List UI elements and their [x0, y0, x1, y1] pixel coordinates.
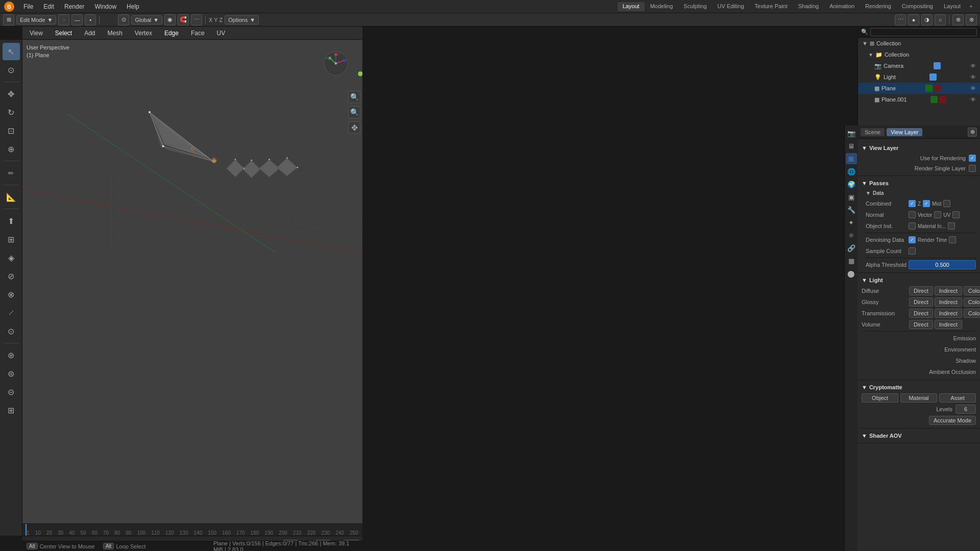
proportional-edit[interactable]: ◉ — [164, 14, 176, 26]
rotate-tool-btn[interactable]: ↻ — [3, 104, 20, 121]
nav-gizmo[interactable]: X Y Z — [324, 52, 348, 75]
edit-mode-dropdown[interactable]: Edit Mode ▼ — [16, 15, 56, 24]
zoom-out-btn[interactable]: 🔍 — [348, 106, 360, 118]
spin-tool-btn[interactable]: ⊜ — [3, 365, 20, 382]
output-props-icon[interactable]: 🖥 — [846, 140, 857, 152]
passes-header[interactable]: ▼ Passes — [862, 178, 976, 188]
transmission-color-btn[interactable]: Color — [964, 309, 980, 318]
tab-uv-editing[interactable]: UV Editing — [713, 2, 749, 11]
bisect-tool-btn[interactable]: ⊙ — [3, 322, 20, 340]
physics-props-icon[interactable]: ⚛ — [846, 230, 857, 241]
levels-input[interactable]: 6 — [955, 405, 976, 414]
light-header[interactable]: ▼ Light — [862, 275, 976, 285]
snap-toggle[interactable]: 🧲 — [178, 14, 189, 26]
glossy-indirect-btn[interactable]: Indirect — [935, 297, 962, 307]
plane001-vis-icon[interactable]: 👁 — [970, 96, 976, 103]
crypto-material-btn[interactable]: Material — [900, 393, 937, 403]
transmission-indirect-btn[interactable]: Indirect — [935, 309, 962, 318]
bevel-tool-btn[interactable]: ◈ — [3, 249, 20, 266]
viewport-shading-solid[interactable]: ● — [908, 14, 919, 26]
tab-rendering[interactable]: Rendering — [860, 2, 896, 11]
light-vis-icon[interactable]: 👁 — [970, 74, 976, 80]
diffuse-direct-btn[interactable]: Direct — [909, 286, 933, 295]
mesh-uv-menu[interactable]: UV — [213, 29, 230, 38]
xray-toggle[interactable]: ⊗ — [966, 14, 977, 26]
filter-passes-btn[interactable]: ⊕ — [968, 128, 977, 137]
scene-props-icon[interactable]: 🌐 — [846, 166, 857, 177]
tab-scripting[interactable]: Layout — [939, 2, 966, 11]
menu-edit[interactable]: Edit — [39, 2, 58, 11]
mesh-add-menu[interactable]: Add — [80, 29, 99, 38]
diffuse-indirect-btn[interactable]: Indirect — [935, 286, 962, 295]
menu-render[interactable]: Render — [60, 2, 88, 11]
mesh-select-edge[interactable]: — — [71, 14, 83, 26]
transmission-direct-btn[interactable]: Direct — [909, 309, 933, 318]
mesh-view-menu[interactable]: View — [26, 29, 47, 38]
scale-tool-btn[interactable]: ⊡ — [3, 122, 20, 139]
view-layer-header[interactable]: ▼ View Layer — [862, 143, 976, 153]
object-ind-checkbox[interactable] — [909, 222, 916, 230]
menu-file[interactable]: File — [19, 2, 37, 11]
denoising-checkbox[interactable] — [909, 236, 916, 243]
select-tool-btn[interactable]: ↖ — [3, 43, 20, 60]
mesh-mesh-menu[interactable]: Mesh — [104, 29, 127, 38]
outliner-item-scene-collection[interactable]: ▼ ⊞ Collection — [858, 38, 980, 49]
diffuse-color-btn[interactable]: Color — [964, 286, 980, 295]
offset-edge-tool-btn[interactable]: ⊗ — [3, 286, 20, 303]
mesh-select-menu[interactable]: Select — [51, 29, 76, 38]
cryptomatte-header[interactable]: ▼ Cryptomatte — [862, 382, 976, 392]
sample-count-checkbox[interactable] — [909, 247, 916, 255]
main-viewport[interactable]: User Perspective (1) Plane — [22, 40, 362, 536]
menu-window[interactable]: Window — [90, 2, 120, 11]
render-props-icon[interactable]: 📷 — [846, 128, 857, 139]
vector-checkbox[interactable] — [934, 211, 941, 218]
viewport-shading-material[interactable]: ◑ — [921, 14, 933, 26]
loop-cut-tool-btn[interactable]: ⊘ — [3, 267, 20, 285]
z-checkbox[interactable] — [923, 200, 930, 207]
tab-compositing[interactable]: Compositing — [897, 2, 938, 11]
volume-indirect-btn[interactable]: Indirect — [935, 320, 962, 329]
tab-shading[interactable]: Shading — [793, 2, 824, 11]
render-time-checkbox[interactable] — [949, 236, 956, 243]
randomize-tool-btn[interactable]: ⊞ — [3, 402, 20, 419]
crypto-asset-btn[interactable]: Asset — [939, 393, 976, 403]
particles-props-icon[interactable]: ✦ — [846, 217, 857, 228]
material-in-checkbox[interactable] — [948, 222, 955, 230]
zoom-in-btn[interactable]: 🔍 — [348, 91, 360, 103]
viewport-icon[interactable]: ⊞ — [3, 14, 14, 26]
mesh-vertex-menu[interactable]: Vertex — [131, 29, 156, 38]
add-workspace-tab[interactable]: + — [966, 2, 976, 11]
annotate-tool-btn[interactable]: ✏ — [3, 164, 20, 182]
menu-help[interactable]: Help — [122, 2, 143, 11]
mist-checkbox[interactable] — [943, 200, 950, 207]
transform-tool-btn[interactable]: ⊕ — [3, 140, 20, 158]
view-layer-tab[interactable]: View Layer — [887, 128, 922, 136]
outliner-item-plane[interactable]: ▦ Plane 👁 — [858, 83, 980, 94]
camera-vis-icon[interactable]: 👁 — [970, 63, 976, 69]
mesh-edge-menu[interactable]: Edge — [160, 29, 183, 38]
mesh-face-menu[interactable]: Face — [187, 29, 209, 38]
use-for-rendering-checkbox[interactable] — [969, 155, 976, 162]
options-dropdown[interactable]: Options ▼ — [225, 15, 259, 24]
move-tool-btn[interactable]: ✥ — [3, 85, 20, 103]
outliner-item-light[interactable]: 💡 Light 👁 — [858, 71, 980, 83]
outliner-item-plane001[interactable]: ▦ Plane.001 👁 — [858, 94, 980, 105]
scene-tab[interactable]: Scene — [861, 128, 885, 136]
combined-checkbox[interactable] — [909, 200, 916, 207]
extrude-tool-btn[interactable]: ⬆ — [3, 212, 20, 230]
proportional-falloff[interactable]: ⋯ — [191, 14, 202, 26]
view-layer-props-icon[interactable]: ⊞ — [846, 153, 857, 164]
transform-pivot[interactable]: ⊙ — [118, 14, 129, 26]
render-single-layer-checkbox[interactable] — [969, 165, 976, 172]
outliner-item-collection[interactable]: ▼ 📁 Collection — [858, 49, 980, 60]
tab-layout[interactable]: Layout — [618, 2, 645, 11]
object-props-icon[interactable]: ▣ — [846, 191, 857, 203]
tab-modeling[interactable]: Modeling — [645, 2, 678, 11]
tab-animation[interactable]: Animation — [824, 2, 860, 11]
mesh-select-face[interactable]: ▪ — [85, 14, 96, 26]
knife-tool-btn[interactable]: ⟋ — [3, 304, 20, 321]
glossy-direct-btn[interactable]: Direct — [909, 297, 933, 307]
volume-direct-btn[interactable]: Direct — [909, 320, 933, 329]
material-props-icon[interactable]: ⬤ — [846, 268, 857, 279]
world-props-icon[interactable]: 🌍 — [846, 179, 857, 190]
